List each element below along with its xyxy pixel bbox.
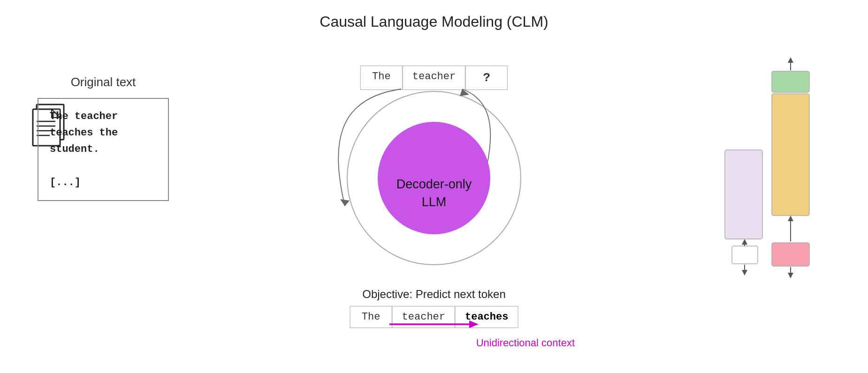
svg-rect-15 — [772, 71, 809, 92]
svg-marker-18 — [788, 216, 793, 221]
objective-text: Objective: Predict next token — [362, 288, 505, 301]
svg-marker-25 — [742, 239, 747, 245]
main-container: Causal Language Modeling (CLM) Original … — [0, 0, 868, 373]
svg-rect-16 — [772, 94, 809, 216]
top-token-row: The teacher ? — [360, 66, 508, 90]
svg-rect-23 — [732, 246, 758, 264]
original-text-content: The teacher teaches the student. [...] — [50, 108, 157, 191]
original-text-section: Original text The teacher teaches the st… — [38, 75, 169, 201]
svg-marker-9 — [460, 89, 469, 96]
page-title: Causal Language Modeling (CLM) — [320, 13, 548, 30]
top-token-question: ? — [465, 66, 508, 90]
bottom-token-the: The — [350, 306, 392, 328]
arch-section — [699, 56, 840, 328]
top-token-the: The — [360, 66, 403, 90]
original-text-box: The teacher teaches the student. [...] — [38, 98, 169, 201]
svg-marker-8 — [340, 199, 350, 206]
diagram-svg — [307, 61, 561, 295]
svg-point-7 — [347, 91, 521, 265]
original-text-label: Original text — [71, 75, 136, 90]
svg-marker-12 — [469, 321, 479, 328]
svg-marker-27 — [742, 270, 747, 276]
svg-rect-22 — [725, 150, 762, 239]
pink-arrow — [387, 318, 481, 331]
svg-rect-19 — [772, 243, 809, 266]
decoder-label: Decoder-only LLM — [396, 176, 472, 211]
unidirectional-label: Unidirectional context — [476, 337, 575, 349]
svg-marker-14 — [788, 57, 793, 63]
svg-point-10 — [378, 122, 490, 234]
arch-diagram — [699, 56, 840, 328]
top-token-teacher: teacher — [403, 66, 465, 90]
clm-section: The teacher ? Decoder-only LLM — [293, 37, 575, 356]
svg-marker-21 — [788, 273, 793, 278]
